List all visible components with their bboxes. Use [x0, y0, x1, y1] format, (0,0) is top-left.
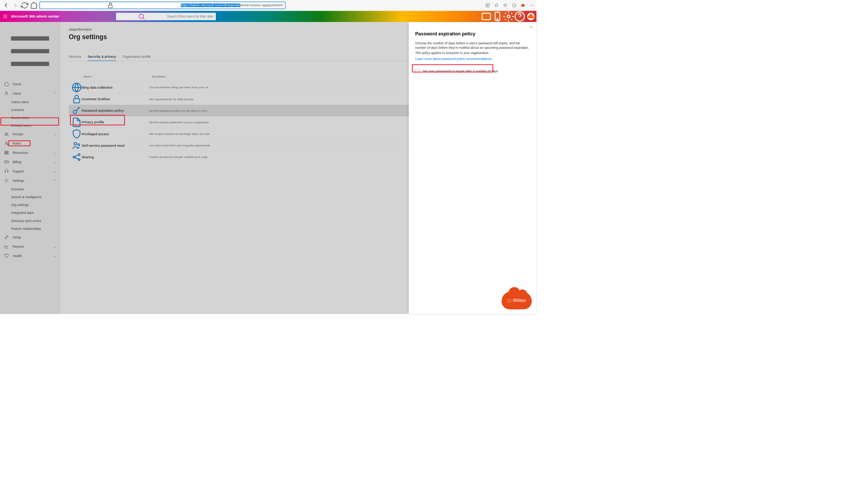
svg-point-9 [3, 16, 4, 17]
svg-rect-0 [108, 5, 112, 8]
svg-point-10 [5, 16, 6, 17]
search-icon [118, 13, 165, 20]
cloud-sync-icon[interactable] [520, 3, 525, 7]
svg-point-6 [3, 15, 4, 16]
flyout-panel: Password expiration policy Choose the nu… [409, 22, 536, 314]
panel-description: Choose the number of days before a user'… [415, 41, 530, 55]
close-button[interactable] [529, 25, 533, 30]
back-button[interactable] [2, 1, 10, 9]
search-input[interactable] [167, 15, 214, 18]
star-add-icon[interactable] [494, 3, 498, 7]
app-launcher-icon[interactable] [3, 14, 7, 19]
app-title: Microsoft 365 admin center [11, 15, 59, 19]
svg-point-3 [530, 5, 531, 6]
svg-point-4 [532, 5, 532, 6]
svg-rect-16 [482, 13, 490, 20]
mobile-icon[interactable] [492, 11, 503, 22]
refresh-button[interactable] [21, 1, 28, 9]
more-icon[interactable] [529, 3, 534, 7]
app-header: Microsoft 365 admin center [0, 11, 536, 22]
home-button[interactable] [30, 1, 38, 9]
reader-icon[interactable] [485, 3, 490, 7]
panel-title: Password expiration policy [415, 31, 530, 37]
svg-point-15 [139, 14, 143, 19]
browser-toolbar: https://admin.microsoft.com/Adminportal/… [0, 0, 536, 11]
svg-point-13 [5, 18, 6, 18]
svg-point-19 [507, 15, 510, 18]
svg-point-8 [6, 15, 7, 16]
svg-point-18 [497, 19, 498, 19]
address-bar[interactable]: https://admin.microsoft.com/Adminportal/… [39, 1, 285, 9]
lock-icon [42, 2, 179, 9]
global-search[interactable] [116, 13, 216, 20]
favorites-icon[interactable] [503, 3, 507, 7]
svg-point-14 [6, 18, 7, 18]
expire-checkbox[interactable] [415, 69, 420, 73]
card-view-icon[interactable] [481, 11, 492, 22]
tips-badge: ▢ 365tips [501, 291, 532, 310]
learn-more-link[interactable]: Learn more about password policy recomme… [415, 57, 492, 61]
settings-icon[interactable] [503, 11, 514, 22]
help-icon[interactable] [514, 11, 525, 22]
svg-point-11 [6, 16, 7, 17]
collections-icon[interactable] [512, 3, 516, 7]
account-button[interactable] [525, 11, 536, 22]
forward-button[interactable] [12, 1, 19, 9]
url-text: https://admin.microsoft.com/Adminportal/… [181, 3, 284, 7]
svg-rect-2 [513, 4, 515, 7]
avatar-icon [527, 13, 535, 20]
svg-point-12 [3, 18, 4, 18]
svg-point-7 [5, 15, 6, 16]
svg-point-5 [533, 5, 534, 6]
checkbox-label: Set user passwords to expire after a num… [422, 69, 498, 73]
